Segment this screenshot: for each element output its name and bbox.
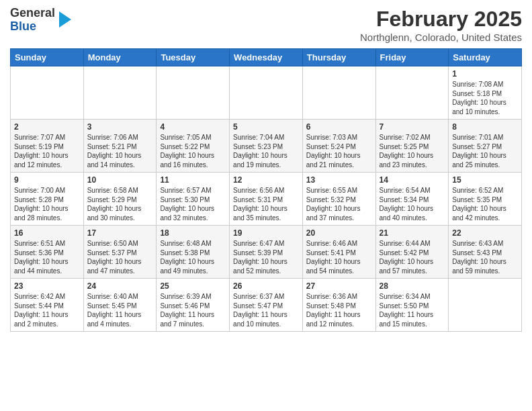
day-info: Sunrise: 6:52 AM Sunset: 5:35 PM Dayligh… xyxy=(452,186,518,222)
day-number: 20 xyxy=(306,228,372,238)
day-info: Sunrise: 7:06 AM Sunset: 5:21 PM Dayligh… xyxy=(87,133,153,169)
day-info: Sunrise: 7:08 AM Sunset: 5:18 PM Dayligh… xyxy=(452,80,518,116)
day-info: Sunrise: 7:03 AM Sunset: 5:24 PM Dayligh… xyxy=(306,133,372,169)
weekday-header-tuesday: Tuesday xyxy=(157,49,230,66)
day-number: 3 xyxy=(87,122,153,132)
day-number: 27 xyxy=(306,281,372,291)
day-info: Sunrise: 7:07 AM Sunset: 5:19 PM Dayligh… xyxy=(14,133,80,169)
location-subtitle: Northglenn, Colorado, United States xyxy=(360,32,522,43)
weekday-header-wednesday: Wednesday xyxy=(230,49,303,66)
day-info: Sunrise: 7:02 AM Sunset: 5:25 PM Dayligh… xyxy=(380,133,445,169)
calendar-cell xyxy=(449,279,522,332)
calendar-cell: 17Sunrise: 6:50 AM Sunset: 5:37 PM Dayli… xyxy=(83,226,157,279)
calendar-cell: 4Sunrise: 7:05 AM Sunset: 5:22 PM Daylig… xyxy=(157,120,230,173)
calendar-cell: 10Sunrise: 6:58 AM Sunset: 5:29 PM Dayli… xyxy=(83,173,157,226)
calendar-cell: 26Sunrise: 6:37 AM Sunset: 5:47 PM Dayli… xyxy=(230,279,303,332)
calendar-cell: 14Sunrise: 6:54 AM Sunset: 5:34 PM Dayli… xyxy=(375,173,449,226)
day-info: Sunrise: 6:34 AM Sunset: 5:50 PM Dayligh… xyxy=(380,292,445,328)
page-header: General Blue February 2025 Northglenn, C… xyxy=(10,7,522,43)
calendar-cell: 7Sunrise: 7:02 AM Sunset: 5:25 PM Daylig… xyxy=(375,120,449,173)
day-number: 28 xyxy=(380,281,445,291)
calendar-table: SundayMondayTuesdayWednesdayThursdayFrid… xyxy=(10,48,522,332)
weekday-header-saturday: Saturday xyxy=(449,49,522,66)
day-number: 6 xyxy=(306,122,372,132)
calendar-cell: 18Sunrise: 6:48 AM Sunset: 5:38 PM Dayli… xyxy=(157,226,230,279)
calendar-cell: 19Sunrise: 6:47 AM Sunset: 5:39 PM Dayli… xyxy=(230,226,303,279)
day-number: 24 xyxy=(87,281,153,291)
logo-arrow-icon xyxy=(59,11,71,28)
day-number: 23 xyxy=(14,281,80,291)
weekday-header-monday: Monday xyxy=(83,49,157,66)
day-info: Sunrise: 6:46 AM Sunset: 5:41 PM Dayligh… xyxy=(306,239,372,275)
day-number: 11 xyxy=(160,175,226,185)
day-number: 13 xyxy=(306,175,372,185)
day-info: Sunrise: 6:57 AM Sunset: 5:30 PM Dayligh… xyxy=(160,186,226,222)
day-number: 4 xyxy=(160,122,226,132)
day-number: 2 xyxy=(14,122,80,132)
calendar-cell: 15Sunrise: 6:52 AM Sunset: 5:35 PM Dayli… xyxy=(449,173,522,226)
calendar-cell xyxy=(230,66,303,120)
day-info: Sunrise: 6:58 AM Sunset: 5:29 PM Dayligh… xyxy=(87,186,153,222)
calendar-cell: 13Sunrise: 6:55 AM Sunset: 5:32 PM Dayli… xyxy=(302,173,375,226)
calendar-cell: 11Sunrise: 6:57 AM Sunset: 5:30 PM Dayli… xyxy=(157,173,230,226)
logo-blue: Blue xyxy=(10,19,36,33)
day-info: Sunrise: 6:36 AM Sunset: 5:48 PM Dayligh… xyxy=(306,292,372,328)
day-info: Sunrise: 7:00 AM Sunset: 5:28 PM Dayligh… xyxy=(14,186,80,222)
day-number: 17 xyxy=(87,228,153,238)
calendar-cell: 8Sunrise: 7:01 AM Sunset: 5:27 PM Daylig… xyxy=(449,120,522,173)
calendar-cell: 1Sunrise: 7:08 AM Sunset: 5:18 PM Daylig… xyxy=(449,66,522,120)
day-number: 18 xyxy=(160,228,226,238)
day-info: Sunrise: 6:55 AM Sunset: 5:32 PM Dayligh… xyxy=(306,186,372,222)
calendar-cell: 6Sunrise: 7:03 AM Sunset: 5:24 PM Daylig… xyxy=(302,120,375,173)
calendar-week-row: 16Sunrise: 6:51 AM Sunset: 5:36 PM Dayli… xyxy=(11,226,522,279)
day-info: Sunrise: 6:37 AM Sunset: 5:47 PM Dayligh… xyxy=(233,292,299,328)
calendar-cell: 28Sunrise: 6:34 AM Sunset: 5:50 PM Dayli… xyxy=(375,279,449,332)
day-info: Sunrise: 6:47 AM Sunset: 5:39 PM Dayligh… xyxy=(233,239,299,275)
day-number: 25 xyxy=(160,281,226,291)
calendar-cell: 20Sunrise: 6:46 AM Sunset: 5:41 PM Dayli… xyxy=(302,226,375,279)
day-number: 19 xyxy=(233,228,299,238)
calendar-cell: 5Sunrise: 7:04 AM Sunset: 5:23 PM Daylig… xyxy=(230,120,303,173)
day-number: 9 xyxy=(14,175,80,185)
logo: General Blue xyxy=(10,7,71,34)
day-number: 15 xyxy=(452,175,518,185)
day-info: Sunrise: 6:42 AM Sunset: 5:44 PM Dayligh… xyxy=(14,292,80,328)
calendar-cell: 3Sunrise: 7:06 AM Sunset: 5:21 PM Daylig… xyxy=(83,120,157,173)
weekday-header-friday: Friday xyxy=(375,49,449,66)
day-number: 21 xyxy=(380,228,445,238)
calendar-week-row: 9Sunrise: 7:00 AM Sunset: 5:28 PM Daylig… xyxy=(11,173,522,226)
day-info: Sunrise: 6:44 AM Sunset: 5:42 PM Dayligh… xyxy=(380,239,445,275)
calendar-cell xyxy=(157,66,230,120)
calendar-week-row: 2Sunrise: 7:07 AM Sunset: 5:19 PM Daylig… xyxy=(11,120,522,173)
day-info: Sunrise: 6:56 AM Sunset: 5:31 PM Dayligh… xyxy=(233,186,299,222)
day-info: Sunrise: 6:51 AM Sunset: 5:36 PM Dayligh… xyxy=(14,239,80,275)
title-block: February 2025 Northglenn, Colorado, Unit… xyxy=(360,7,522,43)
calendar-cell: 27Sunrise: 6:36 AM Sunset: 5:48 PM Dayli… xyxy=(302,279,375,332)
calendar-cell xyxy=(11,66,84,120)
day-info: Sunrise: 6:48 AM Sunset: 5:38 PM Dayligh… xyxy=(160,239,226,275)
day-number: 22 xyxy=(452,228,518,238)
weekday-header-thursday: Thursday xyxy=(302,49,375,66)
day-info: Sunrise: 6:40 AM Sunset: 5:45 PM Dayligh… xyxy=(87,292,153,328)
calendar-cell: 2Sunrise: 7:07 AM Sunset: 5:19 PM Daylig… xyxy=(11,120,84,173)
logo-general: General xyxy=(10,6,55,19)
logo-text: General Blue xyxy=(10,7,55,34)
day-number: 10 xyxy=(87,175,153,185)
weekday-header-sunday: Sunday xyxy=(11,49,84,66)
day-info: Sunrise: 7:04 AM Sunset: 5:23 PM Dayligh… xyxy=(233,133,299,169)
calendar-header-row: SundayMondayTuesdayWednesdayThursdayFrid… xyxy=(11,49,522,66)
calendar-week-row: 1Sunrise: 7:08 AM Sunset: 5:18 PM Daylig… xyxy=(11,66,522,120)
calendar-cell xyxy=(375,66,449,120)
calendar-cell: 24Sunrise: 6:40 AM Sunset: 5:45 PM Dayli… xyxy=(83,279,157,332)
calendar-cell: 16Sunrise: 6:51 AM Sunset: 5:36 PM Dayli… xyxy=(11,226,84,279)
day-info: Sunrise: 6:39 AM Sunset: 5:46 PM Dayligh… xyxy=(160,292,226,328)
calendar-cell: 25Sunrise: 6:39 AM Sunset: 5:46 PM Dayli… xyxy=(157,279,230,332)
day-number: 26 xyxy=(233,281,299,291)
day-number: 7 xyxy=(380,122,445,132)
calendar-cell: 9Sunrise: 7:00 AM Sunset: 5:28 PM Daylig… xyxy=(11,173,84,226)
day-number: 1 xyxy=(452,69,518,79)
day-number: 12 xyxy=(233,175,299,185)
day-number: 5 xyxy=(233,122,299,132)
day-number: 14 xyxy=(380,175,445,185)
day-info: Sunrise: 6:43 AM Sunset: 5:43 PM Dayligh… xyxy=(452,239,518,275)
